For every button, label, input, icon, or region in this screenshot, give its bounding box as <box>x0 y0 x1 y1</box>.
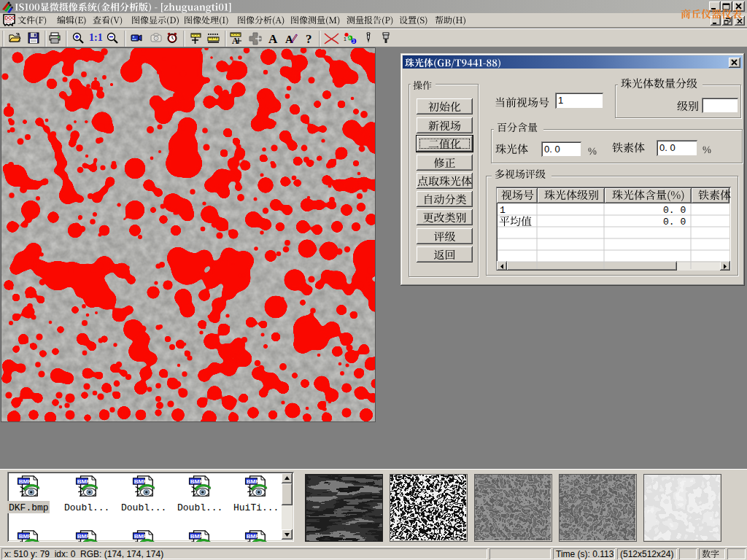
svg-text:DOC: DOC <box>5 15 16 20</box>
